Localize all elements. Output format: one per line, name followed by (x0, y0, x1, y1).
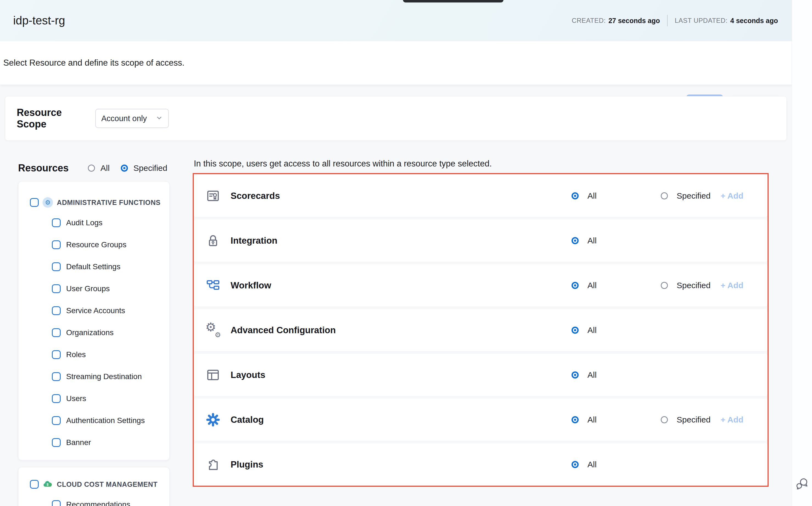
resource-scope-dropdown[interactable]: Account only (95, 109, 169, 128)
resources-radio-all-label[interactable]: All (100, 163, 110, 173)
item-checkbox[interactable] (52, 240, 61, 249)
all-radio[interactable] (572, 327, 579, 334)
all-radio[interactable] (572, 371, 579, 378)
resource-row-scorecards: Scorecards All Specified + Add (194, 175, 768, 217)
chat-support-icon[interactable] (796, 477, 809, 490)
chevron-down-icon (156, 114, 163, 122)
item-checkbox[interactable] (52, 350, 61, 359)
item-checkbox[interactable] (52, 416, 61, 425)
all-option[interactable]: All (572, 415, 597, 424)
resource-row-layouts: Layouts All (194, 354, 768, 396)
item-label: Service Accounts (66, 306, 125, 315)
resource-row-integration: Integration All (194, 220, 768, 262)
all-option[interactable]: All (572, 236, 597, 245)
resources-title: Resources (18, 162, 69, 174)
puzzle-icon (206, 457, 220, 472)
all-radio[interactable] (572, 282, 579, 289)
resource-group-card-admin: ⚙ ADMINISTRATIVE FUNCTIONS Audit Logs Re… (18, 181, 170, 460)
category-checkbox[interactable] (30, 480, 39, 489)
add-button[interactable]: + Add (721, 191, 743, 200)
all-option[interactable]: All (572, 460, 597, 469)
item-label: User Groups (66, 284, 110, 293)
all-label[interactable]: All (588, 370, 597, 380)
resource-type-label: Advanced Configuration (230, 325, 336, 335)
specified-radio[interactable] (661, 192, 668, 199)
all-option[interactable]: All (572, 281, 597, 290)
resource-type-label: Workflow (230, 280, 271, 290)
item-checkbox[interactable] (52, 438, 61, 447)
resource-row-workflow: Workflow All Specified + Add (194, 264, 768, 307)
resource-type-label: Scorecards (230, 191, 280, 201)
all-label[interactable]: All (588, 326, 597, 335)
specified-option[interactable]: Specified (661, 281, 710, 290)
specified-option[interactable]: Specified (661, 191, 710, 200)
resource-item-banner[interactable]: Banner (18, 432, 169, 453)
resource-item-roles[interactable]: Roles (18, 344, 169, 366)
all-radio[interactable] (572, 237, 579, 244)
specified-option[interactable]: Specified (661, 415, 710, 424)
all-label[interactable]: All (588, 236, 597, 245)
lock-icon (206, 234, 220, 248)
resources-radio-all[interactable] (88, 165, 95, 172)
resource-row-advanced-configuration: ⚙⚙ Advanced Configuration All (194, 309, 768, 351)
add-button[interactable]: + Add (721, 281, 743, 290)
item-checkbox[interactable] (52, 262, 61, 271)
add-button[interactable]: + Add (721, 415, 743, 424)
all-radio[interactable] (572, 416, 579, 423)
all-option[interactable]: All (572, 326, 597, 335)
all-label[interactable]: All (588, 415, 597, 424)
category-label: CLOUD COST MANAGEMENT (57, 481, 158, 488)
page-title: idp-test-rg (13, 14, 65, 27)
category-label: ADMINISTRATIVE FUNCTIONS (57, 198, 161, 206)
resource-item-resource-groups[interactable]: Resource Groups (18, 234, 169, 256)
resources-radio-specified[interactable] (121, 165, 128, 172)
all-label[interactable]: All (588, 281, 597, 290)
item-checkbox[interactable] (52, 372, 61, 381)
gears-icon: ⚙⚙ (206, 323, 220, 337)
resource-scope-value: Account only (101, 114, 147, 123)
item-checkbox[interactable] (52, 306, 61, 315)
item-label: Streaming Destination (66, 372, 142, 381)
resource-item-default-settings[interactable]: Default Settings (18, 256, 169, 278)
item-checkbox[interactable] (52, 219, 61, 227)
item-checkbox[interactable] (52, 284, 61, 293)
resources-radio-specified-label[interactable]: Specified (133, 163, 167, 173)
resource-item-recommendations[interactable]: Recommendations (18, 494, 169, 506)
resource-item-organizations[interactable]: Organizations (18, 322, 169, 344)
specified-label[interactable]: Specified (677, 281, 710, 290)
all-label[interactable]: All (588, 191, 597, 200)
category-checkbox[interactable] (30, 198, 39, 207)
resource-item-user-groups[interactable]: User Groups (18, 278, 169, 300)
scorecard-icon (206, 189, 220, 203)
cloud-dollar-icon: $ (42, 479, 53, 490)
toolbar-description: Select Resource and define its scope of … (3, 41, 185, 85)
resource-type-label: Catalog (230, 415, 264, 425)
resource-item-audit-logs[interactable]: Audit Logs (18, 212, 169, 234)
specified-label[interactable]: Specified (677, 415, 710, 424)
item-label: Audit Logs (66, 219, 102, 227)
gear-icon (206, 413, 220, 427)
item-label: Users (66, 394, 86, 403)
item-label: Default Settings (66, 262, 120, 271)
item-checkbox[interactable] (52, 328, 61, 337)
item-checkbox[interactable] (52, 394, 61, 403)
resource-item-authentication-settings[interactable]: Authentication Settings (18, 410, 169, 432)
resource-item-service-accounts[interactable]: Service Accounts (18, 300, 169, 322)
resource-item-users[interactable]: Users (18, 388, 169, 410)
resource-type-label: Integration (230, 235, 278, 246)
all-radio[interactable] (572, 192, 579, 199)
resource-item-streaming-destination[interactable]: Streaming Destination (18, 366, 169, 388)
all-radio[interactable] (572, 461, 579, 468)
all-option[interactable]: All (572, 370, 597, 380)
item-label: Organizations (66, 328, 114, 337)
resource-type-label: Plugins (230, 459, 263, 470)
specified-label[interactable]: Specified (677, 191, 710, 200)
all-label[interactable]: All (588, 460, 597, 469)
specified-radio[interactable] (661, 282, 668, 289)
resource-scope-label: Resource Scope (17, 107, 86, 130)
all-option[interactable]: All (572, 191, 597, 200)
specified-radio[interactable] (661, 416, 668, 423)
item-checkbox[interactable] (52, 500, 61, 506)
svg-text:$: $ (47, 483, 48, 487)
item-label: Banner (66, 438, 91, 447)
